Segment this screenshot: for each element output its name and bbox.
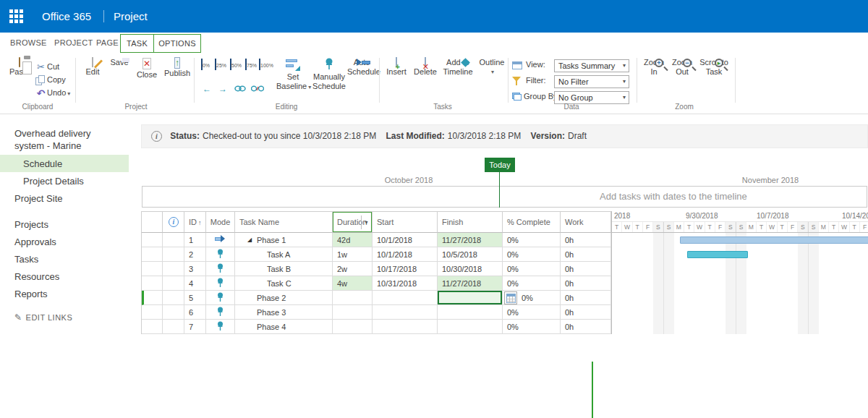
task-name-cell[interactable]: Phase 2 [235,291,333,305]
collapse-arrow-icon[interactable]: ◢ [247,236,252,243]
gantt-bar-task-a[interactable] [687,251,748,258]
work-cell[interactable]: 0h [561,320,611,334]
finish-cell[interactable]: 11/27/2018 [438,233,503,247]
task-name-cell[interactable]: Phase 4 [235,320,333,334]
unlink-tasks-button[interactable] [250,82,265,95]
mode-cell[interactable] [206,247,235,262]
copy-button[interactable]: Copy [35,74,66,85]
grid-header-work[interactable]: Work [561,212,611,233]
sidebar-item-project-details[interactable]: Project Details [23,176,84,187]
tab-task[interactable]: TASK [121,35,154,52]
grid-header-info[interactable]: i [163,212,184,233]
tab-project[interactable]: PROJECT [54,33,93,54]
sidebar-item-tasks[interactable]: Tasks [14,254,38,265]
mode-cell[interactable] [206,320,235,334]
grid-header-task-name[interactable]: Task Name [235,212,333,233]
percent-complete-cell[interactable]: 0% [503,320,561,334]
percent-100-button[interactable]: 100% [259,59,273,69]
percent-complete-cell[interactable]: 0% [503,233,561,247]
id-cell[interactable]: 6 [184,305,206,320]
percent-50-button[interactable]: 50% [229,59,243,69]
cut-button[interactable]: ✂Cut [35,61,59,72]
publish-button[interactable]: ↑ Publish [162,58,192,78]
mode-cell[interactable] [206,291,235,305]
grid-header-start[interactable]: Start [373,212,438,233]
tab-browse[interactable]: BROWSE [10,33,47,54]
grid-header-select-all[interactable] [142,212,163,233]
duration-cell[interactable] [333,291,373,305]
id-cell[interactable]: 7 [184,320,206,334]
insert-task-button[interactable]: + Insert [383,58,409,77]
link-tasks-button[interactable] [233,82,247,95]
duration-cell[interactable] [333,320,373,334]
add-to-timeline-button[interactable]: Add to Timeline [441,58,475,77]
paste-button[interactable]: Paste [6,58,33,77]
work-cell[interactable]: 0h [561,233,611,247]
save-button[interactable]: Save [107,58,132,67]
zoom-in-button[interactable]: + ZoomIn [641,58,667,77]
edit-button[interactable]: Edit [80,58,106,77]
sidebar-item-schedule[interactable]: Schedule [23,158,62,169]
task-name-cell[interactable]: Task A [235,247,333,262]
finish-cell[interactable]: 10/5/2018 [438,247,503,262]
id-cell[interactable]: 4 [184,276,206,291]
close-button[interactable]: ✕ Close [133,58,161,80]
work-cell[interactable]: 0h [561,247,611,262]
task-name-cell[interactable]: Task B [235,262,333,276]
grid-header-percent-complete[interactable]: % Complete [503,212,561,233]
grid-header-finish[interactable]: Finish [438,212,503,233]
duration-cell[interactable]: 2w [333,262,373,276]
delete-task-button[interactable]: ✕ Delete [412,58,438,77]
grid-header-mode[interactable]: Mode [206,212,235,233]
task-name-cell[interactable]: ◢Phase 1 [235,233,333,247]
view-dropdown[interactable]: Tasks Summary▾ [554,59,629,72]
app-launcher-icon[interactable] [9,9,23,23]
indent-button[interactable]: → [216,82,230,95]
mode-cell[interactable] [206,262,235,276]
undo-button[interactable]: ↶Undo▾ [35,87,70,98]
task-name-cell[interactable]: Phase 3 [235,305,333,320]
outdent-button[interactable]: ← [200,82,214,95]
row-select-cell[interactable] [142,262,163,276]
tab-page[interactable]: PAGE [96,33,119,54]
row-select-cell[interactable] [142,276,163,291]
percent-0-button[interactable]: 0% [198,59,213,69]
duration-cell[interactable]: 42d [333,233,373,247]
finish-cell-selected[interactable] [438,291,503,305]
id-cell[interactable]: 5 [184,291,206,305]
start-cell[interactable] [373,291,438,305]
gantt-chart-area[interactable] [612,233,868,334]
sidebar-item-resources[interactable]: Resources [14,271,59,282]
row-select-cell[interactable] [142,305,163,320]
percent-75-button[interactable]: 75% [244,59,258,69]
timeline-bar[interactable]: Add tasks with dates to the timeline [142,186,867,208]
outline-button[interactable]: Outline ▾ [477,58,506,77]
start-cell[interactable]: 10/1/2018 [373,233,438,247]
office365-brand[interactable]: Office 365 [42,0,91,33]
auto-schedule-button[interactable]: Auto Schedule [347,58,376,77]
start-cell[interactable] [373,320,438,334]
row-info-cell[interactable] [163,320,184,334]
row-info-cell[interactable] [163,262,184,276]
grid-header-id[interactable]: ID↑ [184,212,206,233]
duration-cell[interactable]: 4w [333,276,373,291]
sidebar-item-projects[interactable]: Projects [14,219,48,230]
row-select-cell[interactable] [142,320,163,334]
duration-cell[interactable] [333,305,373,320]
id-cell[interactable]: 1 [184,233,206,247]
start-cell[interactable] [373,305,438,320]
app-title[interactable]: Project [114,0,148,33]
grid-header-duration[interactable]: Duration▾ [333,212,373,233]
mode-cell[interactable] [206,276,235,291]
duration-cell[interactable]: 1w [333,247,373,262]
start-cell[interactable]: 10/1/2018 [373,247,438,262]
percent-complete-cell[interactable]: 0% [503,247,561,262]
task-name-cell[interactable]: Task C [235,276,333,291]
mode-cell[interactable] [206,233,235,247]
percent-complete-cell[interactable]: 0% [503,305,561,320]
sidebar-item-reports[interactable]: Reports [14,289,48,299]
tab-options[interactable]: OPTIONS [154,35,200,52]
percent-complete-cell[interactable]: 0% [503,276,561,291]
zoom-out-button[interactable]: − ZoomOut [668,58,696,77]
id-cell[interactable]: 3 [184,262,206,276]
